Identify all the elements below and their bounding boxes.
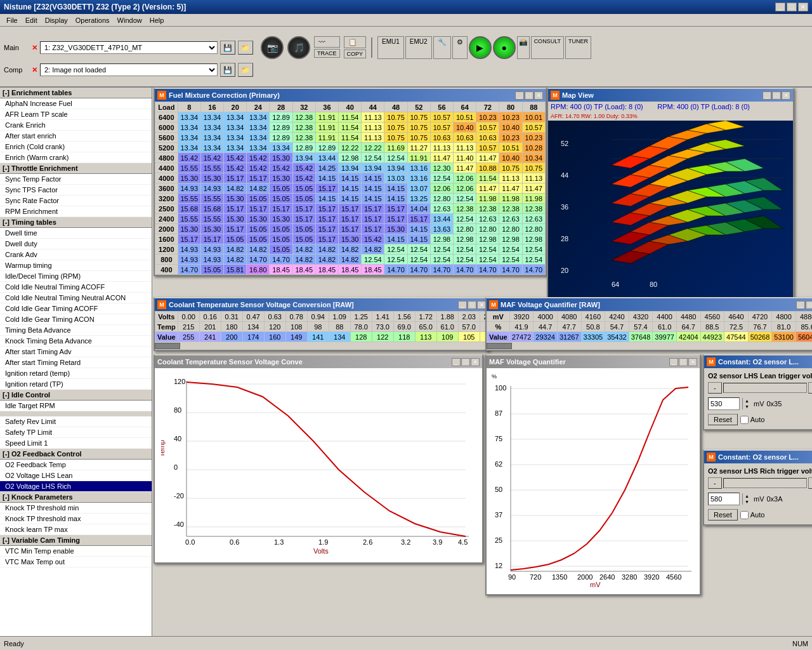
minimize-button[interactable]: _: [775, 3, 785, 11]
tree-item-enrich-warm[interactable]: Enrich (Warm crank): [0, 152, 152, 163]
open-btn[interactable]: 📁: [238, 41, 253, 55]
tree-item-knock-learn[interactable]: Knock learn TP max: [0, 524, 152, 535]
coolant-scrollbar[interactable]: [155, 342, 488, 350]
menu-file[interactable]: File: [3, 15, 22, 25]
section-knock[interactable]: [-] Knock Parameters: [0, 492, 152, 503]
map-max[interactable]: □: [772, 91, 781, 100]
o2-rich-spin-down[interactable]: ▼: [742, 499, 751, 505]
tree-item-enrich-cold[interactable]: Enrich (Cold crank): [0, 142, 152, 152]
o2-rich-reset[interactable]: Reset: [708, 509, 738, 521]
o2-lean-spin-up[interactable]: ▲: [742, 398, 751, 404]
trace-label[interactable]: TRACE: [314, 49, 340, 58]
tree-item-crank-adv[interactable]: Crank Adv: [0, 249, 152, 260]
map-close[interactable]: ✕: [782, 91, 790, 100]
o2-rich-spin-up[interactable]: ▲: [742, 493, 751, 499]
map-view-titlebar[interactable]: M Map View _ □ ✕: [548, 89, 793, 102]
tree-item-timing-beta[interactable]: Timing Beta Advance: [0, 325, 152, 336]
wave-btn[interactable]: 〰: [314, 36, 340, 48]
comp-save-btn[interactable]: 💾: [220, 63, 235, 77]
tree-item-knock-beta[interactable]: Knock Timing Beta Advance: [0, 336, 152, 347]
save-btn[interactable]: 💾: [220, 41, 235, 55]
close-button[interactable]: ✕: [798, 3, 808, 11]
settings-btn[interactable]: ⚙: [452, 36, 468, 59]
section-enrichment[interactable]: [-] Enrichment tables: [0, 88, 152, 98]
tree-item-o2-feedback-temp[interactable]: O2 Feedback Temp: [0, 460, 152, 470]
coolant-chart-max[interactable]: □: [461, 358, 470, 366]
tree-item-afr[interactable]: AFR Learn TP scale: [0, 109, 152, 120]
emu2-btn[interactable]: EMU2: [405, 36, 432, 59]
maf-scrollbar[interactable]: [487, 342, 812, 350]
maf-scroll-thumb[interactable]: [487, 343, 512, 349]
go-btn2[interactable]: ●: [493, 36, 516, 59]
o2-lean-plus[interactable]: +: [808, 382, 812, 394]
fuel-mixture-titlebar[interactable]: M Fuel Mixture Correction (Primary) _ □ …: [155, 89, 546, 102]
tree-item-o2-lhs-lean[interactable]: O2 Voltage LHS Lean: [0, 470, 152, 481]
tree-item-knock-tp-min[interactable]: Knock TP threshold min: [0, 503, 152, 514]
tree-item-alphaN[interactable]: AlphaN Increase Fuel: [0, 98, 152, 109]
comp-select[interactable]: 2: Image not loaded: [40, 63, 218, 76]
main-select[interactable]: 1: Z32_VG30DETT_47P10_MT: [40, 41, 218, 54]
fuel-max[interactable]: □: [525, 91, 534, 100]
maximize-button[interactable]: □: [787, 3, 797, 11]
tree-item-vtc-max[interactable]: VTC Max Temp out: [0, 557, 152, 567]
o2-rich-value[interactable]: [708, 493, 740, 505]
o2-rich-auto-check[interactable]: [740, 511, 749, 519]
maf-chart-close[interactable]: ✕: [688, 358, 697, 366]
tree-item-vtc-min[interactable]: VTC Min Temp enable: [0, 546, 152, 557]
menu-display[interactable]: Display: [41, 15, 72, 25]
o2-lean-value[interactable]: [708, 397, 740, 410]
fuel-min[interactable]: _: [515, 91, 524, 100]
tree-item-ign-tp[interactable]: Ignition retard (TP): [0, 379, 152, 390]
menu-edit[interactable]: Edit: [22, 15, 41, 25]
comp-open-btn[interactable]: 📁: [238, 63, 253, 77]
maf-chart-max[interactable]: □: [679, 358, 688, 366]
tree-item-after-timing-ret[interactable]: After start Timing Retard: [0, 357, 152, 368]
tree-item-dwell-duty[interactable]: Dwell duty: [0, 239, 152, 249]
emu1-btn[interactable]: EMU1: [377, 36, 404, 59]
o2-lean-spin-down[interactable]: ▼: [742, 404, 751, 409]
tree-item-cold-idle-gear-acoff[interactable]: Cold Idle Gear Timing ACOFF: [0, 303, 152, 314]
o2-lean-reset[interactable]: Reset: [708, 414, 738, 425]
tree-item-safety-tp[interactable]: Safety TP Limit: [0, 427, 152, 438]
tuner-btn[interactable]: TUNER: [565, 36, 591, 59]
coolant-titlebar[interactable]: M Coolant Temperature Sensor Voltage Con…: [155, 298, 488, 311]
tree-item-crank-enrich[interactable]: Crank Enrich: [0, 120, 152, 131]
maf-min[interactable]: _: [796, 301, 805, 309]
maf-chart-min[interactable]: _: [669, 358, 678, 366]
o2-rich-plus[interactable]: +: [808, 477, 812, 489]
map-controls[interactable]: _ □ ✕: [763, 91, 790, 100]
tree-item-after-timing-adv[interactable]: After start Timing Adv: [0, 347, 152, 357]
maf-chart-controls[interactable]: _ □ ✕: [669, 358, 697, 366]
tree-item-cold-idle-neutral-acoff[interactable]: Cold Idle Neutral Timing ACOFF: [0, 282, 152, 293]
go-btn1[interactable]: ▶: [469, 36, 492, 59]
camera-btn2[interactable]: 📸: [517, 36, 530, 59]
menu-window[interactable]: Window: [114, 15, 146, 25]
coolant-min[interactable]: _: [458, 301, 467, 309]
tree-item-cold-idle-neutral-acon[interactable]: Cold Idle Neutral Timing Neutral ACON: [0, 293, 152, 303]
section-throttle[interactable]: [-] Throttle Enrichment: [0, 163, 152, 174]
maf-max[interactable]: □: [806, 301, 812, 309]
section-idle[interactable]: [-] Idle Control: [0, 390, 152, 401]
tools-btn[interactable]: 🔧: [433, 36, 451, 59]
coolant-max[interactable]: □: [468, 301, 476, 309]
coolant-scroll-thumb[interactable]: [155, 343, 180, 349]
copy-label[interactable]: COPY: [344, 50, 367, 58]
camera-btn[interactable]: 📷: [261, 36, 284, 59]
map-min[interactable]: _: [763, 91, 771, 100]
audio-btn[interactable]: 🎵: [287, 36, 310, 59]
section-timing[interactable]: [-] Timing tables: [0, 217, 152, 228]
tree-item-sync-temp[interactable]: Sync Temp Factor: [0, 174, 152, 185]
o2-rich-titlebar[interactable]: M Constant: O2 sensor L... _ □ ✕: [704, 451, 812, 463]
consult-btn[interactable]: CONSULT: [531, 36, 564, 59]
o2-lean-minus[interactable]: -: [708, 382, 722, 394]
menu-operations[interactable]: Operations: [72, 15, 114, 25]
tree-item-sync-rate[interactable]: Sync Rate Factor: [0, 196, 152, 206]
tree-item-warmup[interactable]: Warmup timing: [0, 260, 152, 271]
tree-item-knock-tp-max[interactable]: Knock TP threshold max: [0, 514, 152, 524]
copy-icon[interactable]: 📋: [344, 36, 367, 48]
tree-item-speed-limit[interactable]: Speed Limit 1: [0, 438, 152, 449]
o2-lean-auto-check[interactable]: [740, 416, 749, 424]
tree-item-safety-rev[interactable]: Safety Rev Limit: [0, 416, 152, 427]
maf-controls[interactable]: _ □ ✕: [796, 301, 812, 309]
o2-lean-slider[interactable]: [723, 383, 808, 393]
